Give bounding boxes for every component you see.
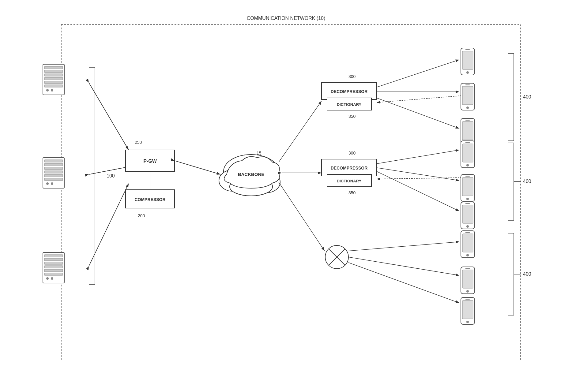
svg-line-17 (175, 161, 220, 174)
svg-rect-99 (462, 144, 473, 162)
svg-rect-87 (462, 51, 473, 69)
svg-rect-65 (44, 85, 63, 87)
phone-top-2 (459, 83, 476, 112)
svg-point-112 (466, 254, 469, 256)
svg-rect-71 (44, 167, 63, 170)
svg-rect-91 (462, 86, 473, 105)
compressor-label: COMPRESSOR (134, 197, 165, 202)
svg-rect-61 (44, 70, 63, 73)
label-200: 200 (138, 213, 145, 218)
svg-rect-72 (44, 171, 63, 173)
svg-rect-117 (465, 268, 470, 269)
diagram: COMMUNICATION NETWORK (10) 100 P-GW 250 … (0, 0, 572, 392)
svg-rect-82 (44, 269, 63, 272)
label-350-top: 350 (348, 114, 356, 119)
svg-rect-121 (465, 299, 470, 300)
svg-rect-69 (44, 160, 63, 162)
svg-line-30 (377, 60, 459, 87)
svg-point-116 (466, 290, 469, 293)
svg-line-32 (377, 98, 459, 129)
svg-rect-89 (465, 49, 470, 50)
svg-point-76 (51, 182, 53, 185)
svg-rect-97 (465, 120, 470, 121)
svg-rect-101 (465, 142, 470, 143)
svg-rect-109 (465, 203, 470, 204)
phone-bot-1 (459, 230, 476, 259)
label-100: 100 (107, 173, 115, 178)
svg-point-75 (46, 182, 49, 185)
phone-bot-2 (459, 266, 476, 295)
svg-rect-107 (462, 205, 473, 223)
svg-rect-73 (44, 174, 63, 177)
label-350-mid: 350 (348, 190, 356, 195)
svg-rect-63 (44, 77, 63, 80)
svg-rect-113 (465, 232, 470, 233)
svg-point-85 (51, 277, 53, 280)
svg-point-120 (466, 321, 469, 323)
server-rack-1 (40, 63, 67, 96)
label-250: 250 (135, 140, 142, 145)
svg-rect-60 (44, 66, 63, 69)
svg-point-100 (466, 164, 469, 166)
svg-rect-93 (465, 84, 470, 85)
svg-point-92 (466, 106, 469, 109)
svg-rect-111 (462, 234, 473, 252)
svg-line-23 (279, 101, 322, 162)
label-300-top: 300 (348, 74, 356, 79)
decompressor-top-label: DECOMPRESSOR (331, 89, 368, 94)
dictionary-top-label: DICTIONARY (337, 102, 362, 107)
dictionary-mid-label: DICTIONARY (337, 179, 362, 183)
svg-point-84 (46, 277, 49, 280)
svg-rect-105 (465, 176, 470, 177)
svg-rect-83 (44, 273, 63, 275)
svg-rect-64 (44, 81, 63, 84)
network-label: COMMUNICATION NETWORK (10) (247, 16, 326, 21)
svg-rect-80 (44, 262, 63, 264)
phone-bot-3 (459, 297, 476, 326)
svg-line-44 (348, 263, 459, 303)
diagram-svg: COMMUNICATION NETWORK (10) 100 P-GW 250 … (0, 0, 572, 392)
svg-line-29 (377, 95, 472, 103)
label-400-bot: 400 (523, 271, 531, 277)
label-15: 15 (257, 151, 262, 155)
svg-point-104 (466, 198, 469, 200)
svg-point-67 (51, 89, 53, 91)
svg-point-108 (466, 225, 469, 228)
svg-line-37 (377, 168, 459, 181)
svg-rect-62 (44, 74, 63, 76)
svg-line-36 (377, 150, 459, 164)
svg-rect-119 (462, 301, 473, 319)
phone-mid-1 (459, 140, 476, 169)
svg-line-42 (348, 242, 459, 251)
svg-rect-81 (44, 266, 63, 268)
server-rack-3 (40, 251, 67, 285)
svg-rect-78 (44, 255, 63, 257)
label-300-mid: 300 (348, 151, 356, 155)
svg-line-38 (377, 171, 459, 211)
svg-point-88 (466, 71, 469, 74)
svg-line-43 (348, 257, 459, 275)
label-400-mid: 400 (523, 179, 531, 184)
backbone-label: BACKBONE (238, 172, 265, 177)
phone-mid-2 (459, 174, 476, 203)
svg-rect-95 (462, 121, 473, 140)
svg-rect-70 (44, 163, 63, 166)
server-rack-2 (40, 156, 67, 190)
phone-top-1 (459, 47, 476, 77)
svg-rect-79 (44, 258, 63, 261)
svg-line-26 (279, 182, 325, 251)
svg-rect-103 (462, 177, 473, 196)
label-400-top: 400 (523, 94, 531, 99)
phone-mid-3 (459, 201, 476, 230)
svg-rect-74 (44, 178, 63, 181)
decompressor-mid-label: DECOMPRESSOR (331, 166, 368, 170)
svg-rect-115 (462, 270, 473, 288)
pgw-label: P-GW (143, 159, 157, 164)
svg-point-66 (46, 89, 49, 91)
